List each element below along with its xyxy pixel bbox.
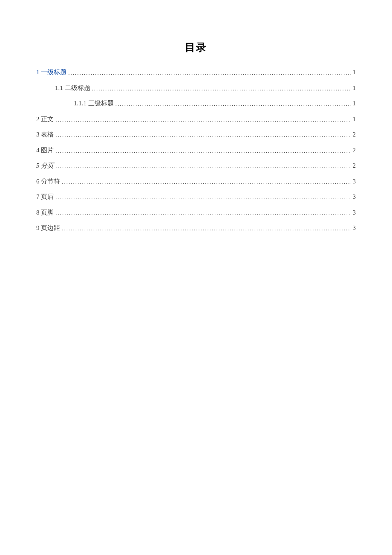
toc-entry[interactable]: 1.1 二级标题1	[55, 85, 356, 91]
toc-leader-dots	[55, 163, 351, 169]
toc-entry[interactable]: 3 表格2	[36, 131, 356, 138]
toc-entry-page: 3	[353, 209, 356, 216]
toc-entry-label: 3 表格	[36, 131, 54, 138]
toc-leader-dots	[55, 195, 351, 200]
toc-leader-dots	[55, 117, 351, 122]
toc-entry[interactable]: 2 正文1	[36, 116, 356, 122]
toc-entry-label: 9 页边距	[36, 225, 60, 231]
toc-entry-page: 3	[353, 178, 356, 185]
toc-leader-dots	[62, 179, 351, 185]
toc-entry-label: 8 页脚	[36, 209, 54, 216]
toc-entry-label: 1.1 二级标题	[55, 85, 90, 91]
toc-entry-page: 1	[353, 69, 356, 76]
toc-entry[interactable]: 8 页脚3	[36, 209, 356, 216]
toc-leader-dots	[68, 70, 351, 76]
toc-entry[interactable]: 1 一级标题1	[36, 69, 356, 76]
toc-entry-page: 3	[353, 194, 356, 200]
toc-leader-dots	[55, 132, 351, 138]
toc-entry[interactable]: 4 图片2	[36, 147, 356, 154]
toc-entry-page: 3	[353, 225, 356, 231]
toc-entry-label: 6 分节符	[36, 178, 60, 185]
toc-entry-label: 4 图片	[36, 147, 54, 154]
toc-entry-page: 1	[353, 100, 356, 107]
toc-entry-page: 2	[353, 131, 356, 138]
toc-entry-page: 1	[353, 85, 356, 91]
toc-leader-dots	[115, 101, 351, 107]
toc-entry-label: 2 正文	[36, 116, 54, 122]
toc-entry-label: 1 一级标题	[36, 69, 66, 76]
toc-entry[interactable]: 6 分节符3	[36, 178, 356, 185]
toc-entry[interactable]: 1.1.1 三级标题1	[74, 100, 356, 107]
toc-entry[interactable]: 9 页边距3	[36, 225, 356, 231]
toc-entry-page: 2	[353, 163, 356, 169]
toc-list: 1 一级标题11.1 二级标题11.1.1 三级标题12 正文13 表格24 图…	[36, 69, 356, 231]
toc-entry-page: 2	[353, 147, 356, 154]
toc-entry[interactable]: 7 页眉3	[36, 194, 356, 200]
toc-leader-dots	[92, 86, 351, 91]
toc-entry-page: 1	[353, 116, 356, 122]
toc-entry[interactable]: 5 分页2	[36, 163, 356, 169]
toc-leader-dots	[55, 210, 351, 216]
toc-entry-label: 5 分页	[36, 163, 54, 169]
toc-title: 目录	[36, 41, 356, 54]
toc-entry-label: 1.1.1 三级标题	[74, 100, 114, 107]
document-page: 目录 1 一级标题11.1 二级标题11.1.1 三级标题12 正文13 表格2…	[0, 0, 392, 231]
toc-leader-dots	[62, 226, 351, 231]
toc-entry-label: 7 页眉	[36, 194, 54, 200]
toc-leader-dots	[55, 148, 351, 154]
